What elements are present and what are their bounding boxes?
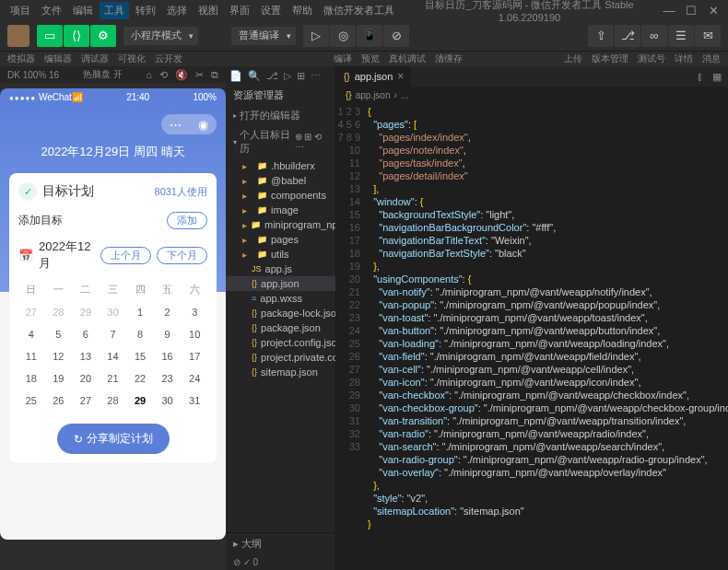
detach-icon[interactable]: ⧉ [211,69,218,81]
version-button[interactable]: ⎇ [615,25,640,47]
share-button[interactable]: ↻ 分享制定计划 [57,424,170,454]
menu-item[interactable]: 设置 [256,2,286,19]
refresh-icon[interactable]: ⟲ [159,69,168,81]
calendar-day[interactable]: 7 [100,324,126,344]
tree-item[interactable]: {}package.json [226,320,335,335]
tree-item[interactable]: ▸📁image [226,203,335,217]
editor-tab[interactable]: {} app.json × [336,66,411,87]
calendar-day[interactable]: 26 [46,390,72,411]
upload-button[interactable]: ⇧ [588,25,614,47]
tree-item[interactable]: ▸📁utils [226,247,335,262]
close-tab-icon[interactable]: × [397,70,404,83]
menu-item[interactable]: 文件 [37,2,66,19]
calendar-day[interactable]: 6 [73,324,99,344]
calendar-day[interactable]: 14 [100,346,126,366]
menu-item[interactable]: 项目 [6,2,35,19]
menu-item[interactable]: 转到 [131,2,160,19]
mute-icon[interactable]: 🔇 [175,69,188,81]
calendar-day[interactable]: 2 [155,302,181,322]
calendar-day[interactable]: 13 [73,346,99,366]
calendar-day[interactable]: 8 [127,324,153,344]
cut-icon[interactable]: ✂ [195,69,204,81]
calendar-day[interactable]: 24 [182,368,207,389]
message-button[interactable]: ✉ [695,25,721,47]
compile-button[interactable]: ▷ [303,25,329,47]
calendar-day[interactable]: 18 [18,368,44,389]
detail-button[interactable]: ☰ [668,25,694,47]
calendar-day[interactable]: 1 [127,302,153,322]
project-section[interactable]: 个人目标日历 ⊕ ⊞ ⟲ ⋯ [226,125,335,158]
mode-dropdown[interactable]: 小程序模式 [123,27,198,45]
tree-item[interactable]: ▸📁@babel [226,173,335,188]
calendar-day[interactable]: 3 [182,302,207,322]
calendar-day[interactable]: 10 [182,324,207,344]
tree-item[interactable]: ≡app.wxss [226,291,335,306]
calendar-day[interactable]: 30 [155,390,181,411]
tree-item[interactable]: {}sitemap.json [226,365,335,379]
capsule-button[interactable]: ⋯◉ [161,114,217,134]
maximize-button[interactable]: ☐ [682,4,700,17]
calendar-day[interactable]: 29 [127,390,153,411]
prev-month-button[interactable]: 上个月 [100,247,151,264]
preview-button[interactable]: ◎ [330,25,356,47]
minimize-button[interactable]: — [660,4,678,17]
tree-item[interactable]: {}project.private.config.js... [226,350,335,365]
files-tab-icon[interactable]: 📄 [229,70,242,82]
search-tab-icon[interactable]: 🔍 [248,70,261,82]
calendar-day[interactable]: 16 [155,346,181,366]
menu-item[interactable]: 帮助 [288,2,317,19]
calendar-day[interactable]: 27 [18,302,44,322]
add-button[interactable]: 添加 [167,212,207,229]
calendar-day[interactable]: 27 [73,390,99,411]
layout-icon[interactable]: ▦ [712,71,722,83]
menu-item[interactable]: 视图 [194,2,223,19]
calendar-day[interactable]: 31 [182,390,207,411]
simulator-button[interactable]: ▭ [37,25,63,47]
more-tab-icon[interactable]: ⋯ [311,70,321,82]
home-icon[interactable]: ⌂ [146,69,152,81]
code-editor[interactable]: 1 2 3 4 5 6 7 8 9 10 11 12 13 14 15 16 1… [336,103,728,570]
debug-tab-icon[interactable]: ▷ [284,70,291,82]
menu-item[interactable]: 编辑 [68,2,98,19]
tree-item[interactable]: {}package-lock.json [226,306,335,320]
calendar-day[interactable]: 17 [182,346,207,366]
git-tab-icon[interactable]: ⎇ [266,70,278,82]
tree-item[interactable]: ▸📁miniprogram_npm [226,217,335,232]
calendar-day[interactable]: 23 [155,368,181,389]
calendar-day[interactable]: 21 [100,368,126,389]
calendar-day[interactable]: 29 [73,302,99,322]
menu-item[interactable]: 界面 [225,2,254,19]
calendar-day[interactable]: 19 [46,368,72,389]
tree-item[interactable]: {}app.json [226,276,335,291]
calendar-day[interactable]: 30 [100,302,126,322]
realdev-button[interactable]: 📱 [357,25,382,47]
calendar-day[interactable]: 9 [155,324,181,344]
calendar-day[interactable]: 20 [73,368,99,389]
ext-tab-icon[interactable]: ⊞ [297,70,305,82]
menu-item[interactable]: 微信开发者工具 [319,2,399,19]
tree-item[interactable]: ▸📁.hbuilderx [226,158,335,173]
avatar[interactable] [7,25,29,47]
calendar-day[interactable]: 4 [18,324,44,344]
tree-item[interactable]: ▸📁pages [226,232,335,247]
theme-label[interactable]: 热脑盘 开 [83,68,123,81]
menu-item[interactable]: 工具 [100,2,129,19]
tree-item[interactable]: JSapp.js [226,262,335,276]
split-icon[interactable]: ⫿ [698,71,703,83]
debugger-button[interactable]: ⚙ [90,25,116,47]
next-month-button[interactable]: 下个月 [157,247,207,264]
menu-item[interactable]: 选择 [162,2,192,19]
calendar-day[interactable]: 15 [127,346,153,366]
editor-button[interactable]: ⟨⟩ [64,25,89,47]
calendar-day[interactable]: 12 [46,346,72,366]
calendar-day[interactable]: 25 [18,390,44,411]
compile-dropdown[interactable]: 普通编译 [231,27,296,45]
tree-item[interactable]: {}project.config.json [226,335,335,350]
test-button[interactable]: ∞ [641,25,667,47]
outline-section[interactable]: ▸ 大纲 [226,532,335,554]
calendar-day[interactable]: 28 [100,390,126,411]
calendar-day[interactable]: 5 [46,324,72,344]
open-editors-section[interactable]: 打开的编辑器 [226,106,335,125]
calendar-day[interactable]: 11 [18,346,44,366]
zoom-label[interactable]: DK 100% 16 [7,70,59,80]
